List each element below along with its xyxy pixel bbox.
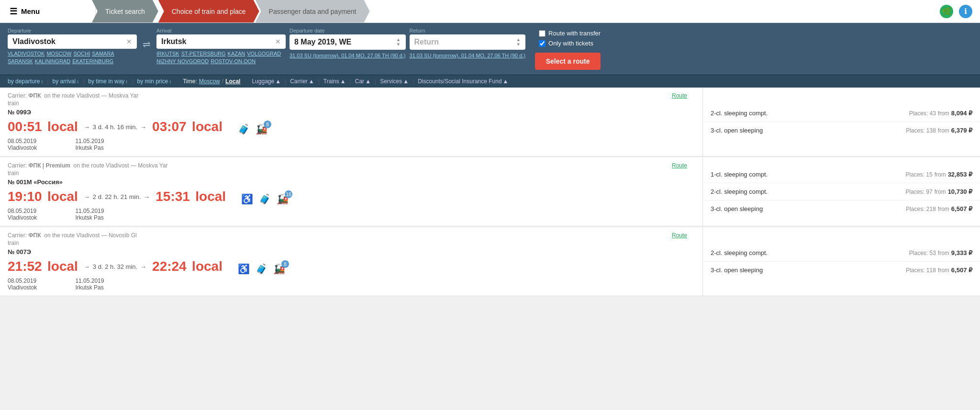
- sort-by-departure[interactable]: by departure ↕: [8, 78, 43, 85]
- from-label-1-0: from: [935, 171, 946, 178]
- carrier-filter[interactable]: Carrier ▲: [290, 78, 314, 85]
- only-tickets-label[interactable]: Only with tickets: [548, 40, 593, 47]
- route-transfer-checkbox[interactable]: [539, 30, 546, 37]
- discounts-filter[interactable]: Discounts/Social Insurance Fund ▲: [418, 78, 508, 85]
- luggage-icon: 🧳: [238, 123, 250, 135]
- return-field-group: Return Return ▲ ▼ 31.03 SU (tomorrow), 0…: [410, 28, 526, 59]
- place-row-0-1[interactable]: 3-cl. open sleeping Places: 138 from 6,3…: [703, 122, 980, 139]
- arr-sugg-3[interactable]: VOLGOGRAD: [247, 51, 281, 56]
- bc-choice-train[interactable]: Choice of train and place: [158, 0, 259, 22]
- route-link-0[interactable]: Route: [672, 92, 687, 99]
- arrive-local-2: local: [188, 259, 223, 274]
- depart-station-2: Vladivostok: [8, 284, 37, 291]
- date-arrow-down[interactable]: ▼: [396, 42, 401, 47]
- depart-station-1: Vladivostok: [8, 214, 37, 221]
- depart-local-0: local: [44, 119, 78, 134]
- date-arrows: ▲ ▼: [396, 37, 401, 47]
- date-input-wrap[interactable]: 8 May 2019, WE ▲ ▼: [290, 34, 406, 50]
- arrive-local-0: local: [188, 119, 223, 134]
- trains-filter-icon: ▲: [340, 78, 346, 85]
- arr-sugg-1[interactable]: ST-PETERSBURG: [181, 51, 226, 56]
- place-row-2-0[interactable]: 2-cl. sleeping compt. Places: 53 from 9,…: [703, 244, 980, 262]
- dep-sugg-5[interactable]: KALININGRAD: [35, 58, 71, 64]
- depart-time-2: 21:52 local: [8, 259, 78, 274]
- only-tickets-checkbox[interactable]: [539, 40, 546, 47]
- arrive-time-value-2: 22:24: [152, 259, 187, 274]
- arrival-input-wrap[interactable]: Irkutsk ✕: [156, 34, 286, 49]
- swap-button[interactable]: ⇌: [141, 38, 153, 50]
- arrive-station-2: Irkutsk Pas: [75, 284, 104, 291]
- place-row-1-0[interactable]: 1-cl. sleeping compt. Places: 15 from 32…: [703, 166, 980, 183]
- route-link-1[interactable]: Route: [672, 162, 687, 169]
- select-route-button[interactable]: Select a route: [535, 53, 601, 70]
- arrive-date-0: 11.05.2019: [75, 138, 104, 144]
- return-label: Return: [410, 28, 526, 33]
- place-row-1-1[interactable]: 2-cl. sleeping compt. Places: 97 from 10…: [703, 183, 980, 200]
- train-dates-1: 08.05.2019 Vladivostok 11.05.2019 Irkuts…: [8, 208, 695, 221]
- arrow-right-1-2: →: [84, 263, 90, 270]
- place-row-1-2[interactable]: 3-cl. open sleeping Places: 218 from 6,5…: [703, 200, 980, 217]
- train-icons-2: ♿🧳🚂8: [238, 263, 285, 275]
- return-sugg-0[interactable]: 31.03 SU (tomorrow), 01.04 MO, 27.06 TH …: [410, 53, 526, 58]
- from-label-2-0: from: [938, 250, 949, 256]
- train-right-1: 1-cl. sleeping compt. Places: 15 from 32…: [702, 157, 980, 226]
- train-left-2: Carrier: ФПК on the route Vladivost — No…: [0, 227, 702, 296]
- dep-sugg-6[interactable]: EKATERINBURG: [72, 58, 113, 64]
- arr-sugg-0[interactable]: IRKUTSK: [156, 51, 179, 56]
- train-wagon-icon: 🚂8: [256, 123, 267, 135]
- train-carrier-1: Carrier: ФПК | Premium on the route Vlad…: [8, 162, 168, 169]
- date-suggestions: 31.03 SU (tomorrow), 01.04 MO, 27.06 TH …: [290, 52, 406, 59]
- place-row-2-1[interactable]: 3-cl. open sleeping Places: 118 from 6,5…: [703, 262, 980, 278]
- sort-departure-icon: ↕: [41, 79, 43, 84]
- arrival-clear-button[interactable]: ✕: [275, 38, 281, 45]
- place-price-1-1: 10,730 ₽: [948, 188, 972, 195]
- dep-sugg-3[interactable]: SAMARA: [92, 51, 114, 56]
- dep-sugg-2[interactable]: SOCHI: [73, 51, 90, 56]
- dep-sugg-0[interactable]: VLADIVOSTOK: [8, 51, 45, 56]
- arrive-station-1: Irkutsk Pas: [75, 214, 104, 221]
- place-row-0-0[interactable]: 2-cl. sleeping compt. Places: 43 from 8,…: [703, 105, 980, 122]
- train-type-label-0: train: [8, 100, 138, 107]
- arr-sugg-2[interactable]: KAZAN: [228, 51, 245, 56]
- sort-price-icon: ↕: [169, 79, 171, 84]
- duration-text-0: 3 d. 4 h. 16 min.: [93, 123, 137, 131]
- from-label-2-1: from: [938, 267, 949, 274]
- sort-by-price[interactable]: by min price ↕: [137, 78, 171, 85]
- arr-sugg-4[interactable]: NIZHNY NOVGOROD: [156, 58, 209, 64]
- route-link-2[interactable]: Route: [672, 232, 687, 239]
- arrival-label: Arrival: [156, 28, 286, 33]
- services-filter[interactable]: Services ▲: [380, 78, 409, 85]
- depart-time-0: 00:51 local: [8, 119, 78, 134]
- tz-moscow[interactable]: Moscow: [199, 78, 220, 85]
- place-count-0-1: Places: 138: [906, 127, 936, 134]
- return-arrow-down[interactable]: ▼: [516, 42, 521, 47]
- services-filter-icon: ▲: [403, 78, 409, 85]
- sort-by-arrival[interactable]: by arrival ↕: [53, 78, 79, 85]
- car-filter[interactable]: Car ▲: [355, 78, 371, 85]
- trains-filter[interactable]: Trains ▲: [323, 78, 346, 85]
- depart-date-0: 08.05.2019: [8, 138, 37, 144]
- place-price-2-1: 6,507 ₽: [951, 266, 972, 274]
- departure-clear-button[interactable]: ✕: [126, 38, 132, 45]
- dep-sugg-1[interactable]: MOSCOW: [46, 51, 71, 56]
- return-input-wrap[interactable]: Return ▲ ▼: [410, 34, 526, 50]
- train-times-1: 19:10 local → 2 d. 22 h. 21 min. → 15:31…: [8, 188, 695, 205]
- bc-ticket-search[interactable]: Ticket search: [92, 0, 158, 22]
- sort-arrival-icon: ↕: [77, 79, 79, 84]
- dep-sugg-4[interactable]: SARANSK: [8, 58, 33, 64]
- arr-sugg-5[interactable]: ROSTOV-ON-DON: [211, 58, 256, 64]
- search-bar: Departure Vladivostok ✕ VLADIVOSTOK MOSC…: [0, 23, 980, 75]
- train-icons-0: 🧳🚂8: [238, 123, 267, 135]
- arrow-right-1-0: →: [84, 123, 90, 131]
- route-transfer-label[interactable]: Route with transfer: [548, 30, 601, 37]
- luggage-filter-icon: ▲: [275, 78, 281, 85]
- arrive-date-group-0: 11.05.2019 Irkutsk Pas: [75, 138, 104, 151]
- departure-input-wrap[interactable]: Vladivostok ✕: [8, 34, 137, 49]
- depart-time-value-2: 21:52: [8, 259, 42, 274]
- luggage-filter[interactable]: Luggage ▲: [252, 78, 281, 85]
- date-sugg-0[interactable]: 31.03 SU (tomorrow), 01.04 MO, 27.06 TH …: [290, 53, 406, 58]
- menu-button[interactable]: ☰ Menu: [0, 0, 96, 22]
- tz-local[interactable]: Local: [225, 78, 240, 85]
- sort-by-time[interactable]: by time in way ↕: [88, 78, 128, 85]
- depart-local-1: local: [44, 189, 78, 204]
